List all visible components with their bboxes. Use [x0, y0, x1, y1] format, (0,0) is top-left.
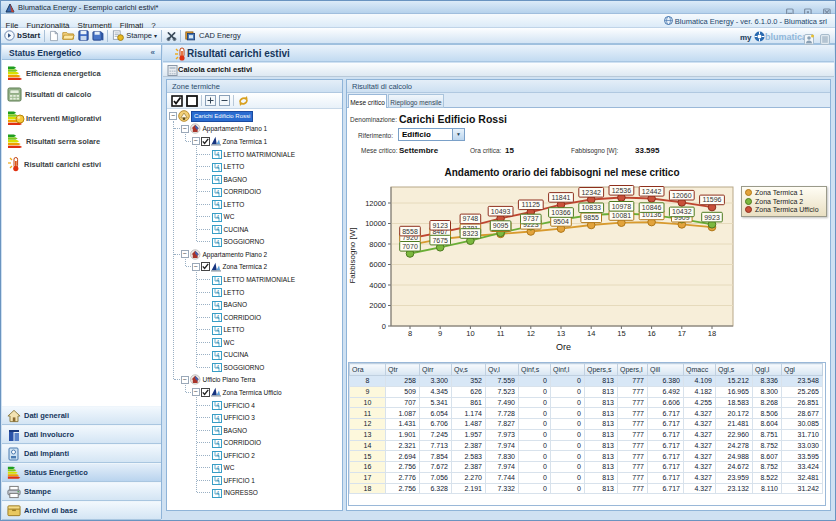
svg-text:4000: 4000	[369, 281, 386, 290]
svg-text:4: 4	[216, 189, 219, 195]
svg-text:9504: 9504	[553, 218, 569, 225]
svg-text:10833: 10833	[581, 204, 601, 211]
svg-text:9123: 9123	[432, 222, 448, 229]
svg-text:4: 4	[216, 176, 219, 182]
svg-text:11125: 11125	[522, 201, 541, 208]
svg-text:2000: 2000	[369, 301, 386, 310]
svg-text:10846: 10846	[642, 204, 662, 211]
svg-text:14: 14	[587, 329, 595, 338]
svg-text:12: 12	[527, 329, 535, 338]
svg-text:7675: 7675	[432, 237, 448, 244]
svg-text:4: 4	[216, 402, 219, 408]
svg-text:4: 4	[216, 440, 219, 446]
svg-text:17: 17	[678, 329, 686, 338]
svg-text:16: 16	[647, 329, 655, 338]
svg-text:15: 15	[617, 329, 625, 338]
svg-text:11596: 11596	[703, 196, 722, 203]
svg-text:4: 4	[216, 164, 219, 170]
svg-text:4: 4	[216, 226, 219, 232]
svg-text:13: 13	[557, 329, 565, 338]
svg-text:10978: 10978	[612, 203, 632, 210]
svg-text:10493: 10493	[491, 208, 511, 215]
svg-text:10000: 10000	[365, 219, 386, 228]
svg-text:11841: 11841	[552, 194, 571, 201]
svg-text:4: 4	[216, 490, 219, 496]
svg-text:4: 4	[216, 327, 219, 333]
svg-text:4: 4	[216, 277, 219, 283]
svg-text:4: 4	[216, 452, 219, 458]
svg-text:4: 4	[216, 415, 219, 421]
svg-text:4: 4	[216, 214, 219, 220]
svg-text:6000: 6000	[369, 260, 386, 269]
svg-text:9095: 9095	[493, 222, 509, 229]
svg-text:4: 4	[216, 339, 219, 345]
svg-text:4: 4	[216, 314, 219, 320]
svg-text:4: 4	[216, 239, 219, 245]
svg-text:12442: 12442	[642, 188, 662, 195]
svg-text:9: 9	[438, 329, 442, 338]
svg-text:8558: 8558	[402, 228, 418, 235]
svg-text:12536: 12536	[612, 187, 632, 194]
svg-text:8000: 8000	[369, 240, 386, 249]
svg-text:11: 11	[497, 329, 505, 338]
svg-text:4: 4	[216, 465, 219, 471]
svg-text:4: 4	[216, 477, 219, 483]
svg-text:12060: 12060	[672, 192, 692, 199]
svg-text:9748: 9748	[463, 215, 479, 222]
svg-text:10: 10	[466, 329, 474, 338]
svg-text:9737: 9737	[523, 215, 539, 222]
svg-text:9855: 9855	[583, 214, 599, 221]
svg-text:4: 4	[216, 364, 219, 370]
svg-text:10366: 10366	[551, 209, 571, 216]
svg-text:4: 4	[216, 151, 219, 157]
svg-text:4: 4	[216, 427, 219, 433]
svg-text:4: 4	[216, 289, 219, 295]
svg-text:10081: 10081	[612, 212, 632, 219]
svg-text:12342: 12342	[581, 189, 601, 196]
svg-text:18: 18	[708, 329, 716, 338]
svg-text:9923: 9923	[704, 214, 720, 221]
svg-text:0: 0	[382, 322, 386, 331]
svg-text:8: 8	[408, 329, 412, 338]
svg-text:10432: 10432	[672, 208, 692, 215]
svg-text:4: 4	[216, 352, 219, 358]
svg-text:7070: 7070	[402, 243, 418, 250]
svg-text:4: 4	[216, 302, 219, 308]
svg-text:12000: 12000	[365, 199, 386, 208]
svg-text:4: 4	[216, 201, 219, 207]
svg-text:8323: 8323	[463, 230, 479, 237]
